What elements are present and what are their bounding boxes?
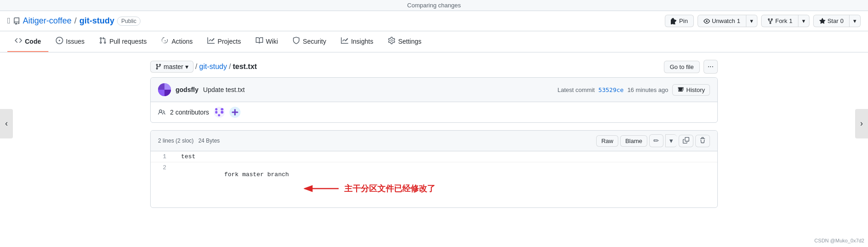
contributor-avatar-2[interactable] <box>229 107 240 118</box>
more-options-button[interactable]: ··· <box>704 60 718 74</box>
copy-button[interactable] <box>679 135 693 147</box>
goto-file-button[interactable]: Go to file <box>664 61 700 73</box>
unwatch-button[interactable]: Unwatch 1 <box>698 15 746 27</box>
contributor-avatar-1[interactable] <box>214 107 225 118</box>
code-icon <box>15 37 22 46</box>
blame-button[interactable]: Blame <box>620 135 647 147</box>
projects-icon <box>207 37 215 46</box>
line-code-1: test <box>174 151 717 162</box>
tab-code[interactable]: Code <box>7 31 48 52</box>
insights-icon <box>341 37 348 46</box>
tab-security-label: Security <box>303 38 326 45</box>
table-row: 2 fork master branch <box>151 162 717 208</box>
fork-label: Fork <box>775 17 787 24</box>
line-number-1: 1 <box>151 151 174 162</box>
tab-issues-label: Issues <box>66 38 84 45</box>
tab-wiki[interactable]: Wiki <box>248 31 285 52</box>
breadcrumb-separator: / <box>195 63 197 71</box>
tab-projects-label: Projects <box>217 38 241 45</box>
star-count: 0 <box>840 17 844 24</box>
pin-label: Pin <box>679 17 688 24</box>
fork-group: Fork 1 ▾ <box>761 15 809 27</box>
main-content: master ▾ / git-study / test.txt Go to fi… <box>139 52 729 215</box>
file-meta: 2 lines (2 sloc) 24 Bytes <box>158 138 220 144</box>
tab-wiki-label: Wiki <box>266 38 278 45</box>
annotation-arrow: 主干分区文件已经修改了 <box>234 178 435 199</box>
edit-split-dropdown[interactable]: ▾ <box>665 134 677 147</box>
repo-name-link[interactable]: git-study <box>79 16 114 26</box>
unwatch-dropdown[interactable]: ▾ <box>746 15 757 27</box>
issues-icon <box>56 37 63 46</box>
tab-actions[interactable]: Actions <box>154 31 200 52</box>
star-button[interactable]: Star 0 <box>813 15 849 27</box>
side-arrow-right[interactable]: › <box>855 109 868 138</box>
tab-actions-label: Actions <box>171 38 193 45</box>
commit-header: godsfly Update test.txt Latest commit 53… <box>151 78 717 102</box>
history-button[interactable]: History <box>672 84 710 96</box>
file-name: test.txt <box>233 63 257 71</box>
breadcrumb-separator2: / <box>229 63 231 71</box>
file-content-box: 2 lines (2 sloc) 24 Bytes Raw Blame ✏ ▾ <box>150 130 718 208</box>
security-icon <box>293 37 300 46</box>
tab-insights[interactable]: Insights <box>334 31 381 52</box>
tab-projects[interactable]: Projects <box>200 31 248 52</box>
branch-dropdown-button[interactable]: master ▾ <box>150 61 194 73</box>
top-actions: Pin Unwatch 1 ▾ Fork 1 ▾ Star 0 <box>665 15 861 27</box>
star-dropdown[interactable]: ▾ <box>849 15 861 27</box>
file-size: 24 Bytes <box>198 138 220 144</box>
right-arrow-icon: › <box>860 119 863 128</box>
unwatch-count: 1 <box>737 17 740 24</box>
breadcrumb: master ▾ / git-study / test.txt <box>150 61 257 73</box>
fork-button[interactable]: Fork 1 <box>761 15 798 27</box>
pull-requests-icon <box>99 37 106 46</box>
left-arrow-icon: ‹ <box>5 119 8 128</box>
nav-tabs: Code Issues Pull requests Actions Projec… <box>0 31 868 52</box>
tab-insights-label: Insights <box>351 38 373 45</box>
commit-hash-link[interactable]: 53529ce <box>598 86 624 93</box>
annotation-text: 主干分区文件已经修改了 <box>344 183 435 194</box>
repo-separator: / <box>74 16 76 26</box>
tab-pull-requests-label: Pull requests <box>109 38 147 45</box>
side-arrow-left[interactable]: ‹ <box>0 109 13 138</box>
unwatch-label: Unwatch <box>712 17 735 24</box>
edit-split-group: ▾ <box>665 134 677 147</box>
contributors-row: 2 contributors <box>151 102 717 122</box>
arrow-svg <box>303 183 340 194</box>
branch-nav-actions: Go to file ··· <box>664 60 718 74</box>
line-code-2: fork master branch <box>174 162 717 208</box>
commit-info: godsfly Update test.txt <box>158 83 245 96</box>
actions-icon <box>161 37 169 46</box>
fork-dropdown[interactable]: ▾ <box>798 15 809 27</box>
unwatch-group: Unwatch 1 ▾ <box>698 15 757 27</box>
repo-owner-link[interactable]: Aitiger-coffee <box>23 16 72 26</box>
tab-security[interactable]: Security <box>285 31 334 52</box>
table-row: 1 test <box>151 151 717 162</box>
public-badge: Public <box>117 17 141 26</box>
file-actions: Raw Blame ✏ ▾ <box>596 134 710 147</box>
contributors-count: 2 contributors <box>170 109 209 116</box>
contributors-icon <box>158 109 165 116</box>
commit-time: 16 minutes ago <box>628 86 669 93</box>
fork-count: 1 <box>789 17 792 24</box>
settings-icon <box>388 37 395 46</box>
commit-username[interactable]: godsfly <box>176 86 199 93</box>
file-info-box: godsfly Update test.txt Latest commit 53… <box>150 77 718 123</box>
commit-meta: Latest commit 53529ce 16 minutes ago His… <box>557 84 710 96</box>
tab-settings-label: Settings <box>398 38 422 45</box>
pin-button[interactable]: Pin <box>665 15 694 27</box>
wiki-icon <box>256 37 263 46</box>
edit-button[interactable]: ✏ <box>649 134 663 147</box>
delete-button[interactable] <box>695 135 710 147</box>
repo-path-link[interactable]: git-study <box>199 63 227 71</box>
file-content-header: 2 lines (2 sloc) 24 Bytes Raw Blame ✏ ▾ <box>151 131 717 151</box>
tab-issues[interactable]: Issues <box>48 31 92 52</box>
tab-pull-requests[interactable]: Pull requests <box>92 31 154 52</box>
tab-code-label: Code <box>25 38 41 45</box>
raw-button[interactable]: Raw <box>596 135 618 147</box>
top-bar:  Aitiger-coffee / git-study Public Pin … <box>0 11 868 31</box>
tab-settings[interactable]: Settings <box>381 31 429 52</box>
star-label: Star <box>827 17 839 24</box>
repo-icon:  <box>7 16 20 26</box>
branch-dropdown-icon: ▾ <box>185 63 188 70</box>
latest-commit-label: Latest commit <box>557 86 595 93</box>
